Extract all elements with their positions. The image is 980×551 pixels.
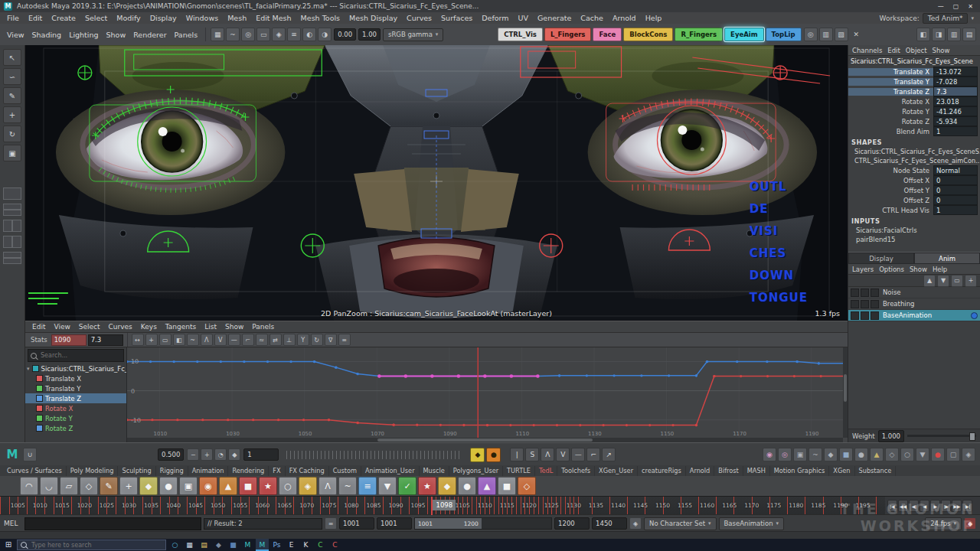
app-icon-5[interactable]: C: [314, 539, 327, 551]
shelf-tab-xgen[interactable]: XGen: [829, 466, 854, 476]
gamma-field[interactable]: 1.00: [358, 28, 381, 41]
panel-menu-lighting[interactable]: Lighting: [66, 31, 101, 39]
channel-value-field[interactable]: -7.028: [933, 77, 978, 86]
script-editor-icon[interactable]: ≡: [325, 517, 337, 530]
start-button[interactable]: ⊞: [2, 539, 15, 551]
play-backwards-button[interactable]: ◀: [920, 500, 929, 512]
anim-layer-breathing[interactable]: Breathing: [848, 298, 980, 310]
shelf-tool-icon-21[interactable]: ★: [418, 477, 436, 495]
channel-row-offset-z[interactable]: Offset Z0: [848, 195, 980, 205]
graph-search-box[interactable]: [28, 349, 124, 362]
channel-row-rotate-y[interactable]: Rotate Y-41.246: [848, 106, 980, 116]
layout-single-pane-button[interactable]: [3, 187, 21, 200]
menu-select[interactable]: Select: [81, 14, 111, 22]
photoshop-icon[interactable]: Ps: [270, 539, 283, 551]
shelf-tab-custom[interactable]: Custom: [329, 466, 361, 476]
shelf-tool-icon-22[interactable]: ◆: [438, 477, 456, 495]
shelf-tool-icon-18[interactable]: ≡: [358, 477, 377, 495]
camera-icon[interactable]: ▢: [946, 448, 960, 461]
decrement-icon[interactable]: −: [187, 448, 199, 461]
panel-menu-panels[interactable]: Panels: [172, 31, 201, 39]
app-icon-2[interactable]: ■: [227, 539, 240, 551]
shelf-tool-icon-6[interactable]: +: [119, 477, 138, 495]
auto-key-icon[interactable]: ◆: [964, 517, 976, 530]
mel-label[interactable]: MEL: [4, 520, 22, 527]
task-view-icon[interactable]: ▦: [183, 539, 196, 551]
graph-curve-view[interactable]: 100-101010103010501070109011101130115011…: [127, 347, 848, 442]
layer-menu-show[interactable]: Show: [910, 266, 927, 273]
anim-layer-noise[interactable]: Noise: [848, 287, 980, 298]
graph-insert-key-icon[interactable]: +: [145, 334, 158, 346]
empty-anim-layer-icon[interactable]: ▭: [951, 275, 963, 287]
xray-icon[interactable]: ▥: [819, 28, 833, 41]
cached-playback-ruler[interactable]: [286, 451, 462, 459]
step-forward-frame-button[interactable]: |▶: [941, 500, 951, 512]
menu-edit[interactable]: Edit: [24, 14, 46, 22]
attribute-editor-toggle-icon[interactable]: ◨: [932, 28, 946, 41]
channel-menu-channels[interactable]: Channels: [852, 47, 882, 54]
picker-toolbar-close-icon[interactable]: ✕: [851, 31, 863, 38]
channel-value-field[interactable]: 7.3: [933, 86, 978, 96]
character-set-dropdown[interactable]: No Character Set▾: [644, 517, 716, 530]
app-icon-1[interactable]: ◆: [212, 539, 225, 551]
shelf-tab-muscle[interactable]: Muscle: [420, 466, 449, 476]
graph-spline-tangent-icon[interactable]: ~: [187, 334, 199, 346]
shelf-tab-xgen-user[interactable]: XGen_User: [595, 466, 638, 476]
channel-row-offset-y[interactable]: Offset Y0: [848, 185, 980, 195]
graph-frame-all-icon[interactable]: ▭: [159, 334, 172, 346]
graph-pin-channel-icon[interactable]: ∇: [325, 334, 337, 346]
shape-node[interactable]: Sicarius:CTRL_Sicarius_Fc_Eyes_SceneS...: [848, 147, 980, 156]
set-key-button[interactable]: ◆: [470, 448, 485, 462]
shelf-tab-fx[interactable]: FX: [269, 466, 285, 476]
shelf-tool-icon-12[interactable]: ■: [239, 477, 257, 495]
snap-grid-icon[interactable]: ▦: [211, 28, 224, 41]
range-slider-bar[interactable]: 1001 1200: [415, 518, 482, 529]
shelf-tab-animation-user[interactable]: Animation_User: [361, 466, 420, 476]
wireframe-on-shaded-icon[interactable]: ▧: [835, 28, 848, 41]
graph-clamped-tangent-icon[interactable]: Λ: [201, 334, 213, 346]
picker-button-face[interactable]: Face: [593, 28, 622, 41]
menu-display[interactable]: Display: [146, 14, 181, 22]
anim-tool-icon-5[interactable]: ◆: [824, 448, 838, 461]
shelf-tab-rigging[interactable]: Rigging: [156, 466, 188, 476]
picker-button-blockcons[interactable]: BlockCons: [623, 28, 673, 41]
shelf-tab-toolchefs[interactable]: Toolchefs: [557, 466, 595, 476]
menu-help[interactable]: Help: [642, 14, 666, 22]
shelf-tool-icon-25[interactable]: ■: [498, 477, 516, 495]
playback-start-field[interactable]: 1001: [377, 517, 412, 530]
graph-auto-frame-icon[interactable]: ↻: [311, 334, 323, 346]
mute-icon[interactable]: ◈: [962, 448, 975, 461]
graph-move-key-icon[interactable]: ↔: [132, 334, 144, 346]
menu-windows[interactable]: Windows: [182, 14, 222, 22]
picker-button-ctrl-vis[interactable]: CTRL_Vis: [498, 28, 543, 41]
shelf-tool-icon-24[interactable]: ▲: [478, 477, 496, 495]
select-tool-icon[interactable]: ↖: [3, 49, 21, 66]
minimize-button[interactable]: —: [938, 3, 944, 10]
render-current-frame-icon[interactable]: ◐: [302, 28, 316, 41]
tangent-linear-icon[interactable]: V: [556, 448, 570, 461]
app-icon-3[interactable]: E: [285, 539, 298, 551]
shelf-tab-bifrost[interactable]: Bifrost: [714, 466, 743, 476]
menu-mesh-tools[interactable]: Mesh Tools: [297, 14, 344, 22]
exposure-field[interactable]: 0.00: [334, 28, 356, 41]
graph-frame-selection-icon[interactable]: ◧: [173, 334, 185, 346]
shelf-tab-tedl[interactable]: TedL: [535, 466, 557, 476]
picker-button-toplip[interactable]: TopLip: [766, 28, 802, 41]
shelf-tab-animation[interactable]: Animation: [188, 466, 229, 476]
graph-linear-tangent-icon[interactable]: V: [214, 334, 227, 346]
workspace-selector[interactable]: Ted Anim*: [923, 13, 969, 24]
channel-value-field[interactable]: -13.072: [933, 67, 978, 77]
tangent-clamped-icon[interactable]: Λ: [541, 448, 554, 461]
tab-anim[interactable]: Anim: [914, 253, 980, 264]
viewport-render[interactable]: [25, 45, 848, 321]
shape-node[interactable]: CTRL_Sicarius_Fc_Eyes_Scene_aimCon...: [848, 156, 980, 165]
shelf-tool-icon-10[interactable]: ◉: [199, 477, 217, 495]
construction-history-icon[interactable]: ≡: [287, 28, 301, 41]
anim-tool-icon-7[interactable]: ●: [854, 448, 868, 461]
channel-value-field[interactable]: 1: [933, 205, 978, 215]
anim-tool-icon-8[interactable]: ▲: [870, 448, 884, 461]
channel-value-field[interactable]: Normal: [933, 165, 978, 175]
view-transform-dropdown[interactable]: sRGB gamma▾: [383, 28, 443, 41]
step-forward-key-button[interactable]: ▶▶: [952, 500, 962, 512]
app-icon-6[interactable]: C: [328, 539, 341, 551]
